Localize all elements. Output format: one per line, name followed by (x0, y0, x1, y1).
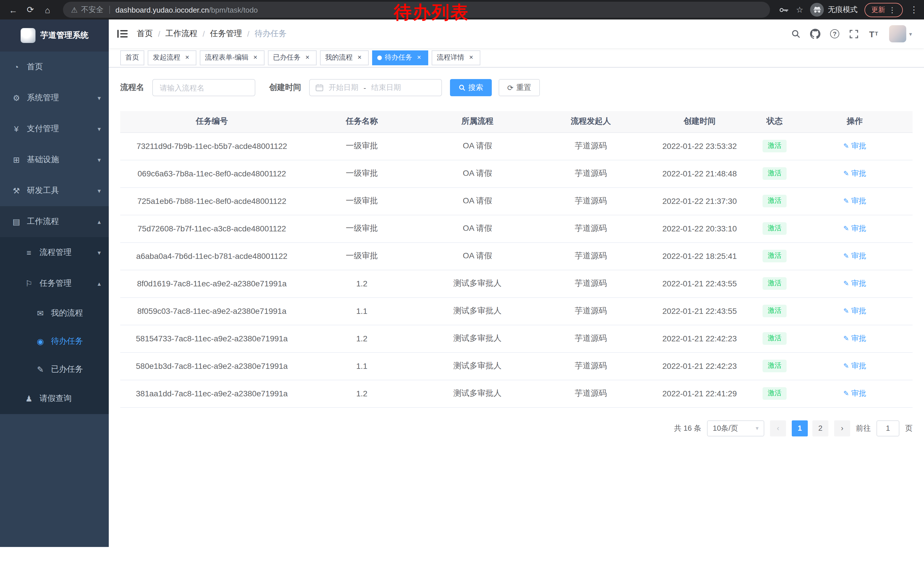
cell-create-time: 2022-01-21 22:43:55 (647, 270, 752, 297)
end-date-placeholder: 结束日期 (371, 83, 401, 93)
table-row: 580e1b3d-7ac8-11ec-a9e2-a2380e71991a1.1测… (120, 352, 912, 380)
sidebar-item-infrastructure[interactable]: ⊞基础设施▾ (0, 144, 109, 175)
browser-home-icon[interactable]: ⌂ (40, 2, 55, 17)
chat-icon: ✉ (36, 308, 45, 318)
approve-link[interactable]: ✎审批 (843, 224, 866, 234)
calendar-icon (315, 84, 324, 92)
tags-view-tab[interactable]: 我的流程× (320, 50, 369, 65)
goto-page-input[interactable] (876, 420, 899, 436)
search-button[interactable]: 搜索 (450, 79, 492, 96)
cell-action: ✎审批 (797, 270, 912, 297)
sidebar-item-label: 我的流程 (51, 308, 83, 318)
logo[interactable]: 芋道管理系统 (0, 20, 109, 51)
approve-link[interactable]: ✎审批 (843, 141, 866, 151)
edit-pen-icon: ✎ (843, 279, 849, 288)
breadcrumb-item[interactable]: 工作流程 (165, 29, 198, 39)
sidebar-item-process-manage[interactable]: ≡流程管理▾ (0, 237, 109, 268)
font-size-icon[interactable]: TT (864, 20, 884, 48)
approve-label: 审批 (851, 333, 866, 344)
github-icon[interactable] (806, 20, 825, 48)
sidebar-item-home[interactable]: ◔首页 (0, 51, 109, 83)
sidebar-item-devtools[interactable]: ⚒研发工具▾ (0, 175, 109, 206)
approve-link[interactable]: ✎审批 (843, 333, 866, 344)
help-icon[interactable]: ? (825, 20, 844, 48)
reset-button[interactable]: ⟳ 重置 (499, 79, 540, 96)
approve-link[interactable]: ✎审批 (843, 278, 866, 289)
edit-pen-icon: ✎ (843, 362, 849, 370)
column-header: 状态 (752, 111, 797, 132)
next-page-button[interactable]: › (834, 420, 850, 436)
cell-action: ✎审批 (797, 242, 912, 270)
approve-label: 审批 (851, 196, 866, 206)
tags-view-tab[interactable]: 待办任务× (372, 50, 428, 65)
close-tab-icon[interactable]: × (183, 54, 191, 62)
approve-link[interactable]: ✎审批 (843, 251, 866, 261)
edit-pen-icon: ✎ (843, 252, 849, 260)
cell-action: ✎审批 (797, 380, 912, 407)
close-tab-icon[interactable]: × (415, 54, 423, 62)
cell-process: 测试多审批人 (420, 325, 535, 352)
column-header: 任务编号 (120, 111, 303, 132)
close-tab-icon[interactable]: × (303, 54, 311, 62)
close-tab-icon[interactable]: × (356, 54, 363, 62)
close-tab-icon[interactable]: × (467, 54, 475, 62)
incognito-icon (810, 3, 824, 17)
hamburger-icon[interactable] (117, 29, 128, 38)
approve-link[interactable]: ✎审批 (843, 361, 866, 371)
edit-pen-icon: ✎ (843, 335, 849, 342)
fullscreen-icon[interactable] (844, 20, 864, 48)
chevron-down-icon: ▾ (98, 125, 101, 132)
approve-link[interactable]: ✎审批 (843, 196, 866, 206)
cell-create-time: 2022-01-22 23:53:32 (647, 132, 752, 160)
start-date-placeholder: 开始日期 (328, 83, 358, 93)
password-key-icon[interactable] (780, 7, 789, 13)
cell-starter: 芋道源码 (535, 215, 647, 242)
sidebar-item-system[interactable]: ⚙系统管理▾ (0, 83, 109, 113)
tags-view-tab[interactable]: 发起流程× (148, 50, 196, 65)
main-area: 首页/工作流程/任务管理/待办任务 ? TT (109, 20, 924, 563)
tags-view-tab[interactable]: 已办任务× (268, 50, 316, 65)
status-badge: 激活 (762, 195, 787, 207)
cell-starter: 芋道源码 (535, 132, 647, 160)
user-icon: ♟ (24, 394, 34, 403)
approve-label: 审批 (851, 141, 866, 151)
approve-link[interactable]: ✎审批 (843, 168, 866, 179)
cell-task-id: 75d72608-7b7f-11ec-a3c8-acde48001122 (120, 215, 303, 242)
sidebar-item-todo-task[interactable]: ◉待办任务 (0, 327, 109, 355)
browser-reload-icon[interactable]: ⟳ (23, 2, 38, 17)
page-button[interactable]: 2 (812, 420, 828, 436)
tags-view-tab[interactable]: 首页 (120, 50, 144, 65)
sidebar-item-task-manage[interactable]: ⚐任务管理▴ (0, 268, 109, 299)
page-size-select[interactable]: 10条/页 ▾ (707, 420, 764, 436)
search-icon[interactable] (786, 20, 806, 48)
tags-view-tab[interactable]: 流程表单-编辑× (200, 50, 264, 65)
browser-back-icon[interactable]: ← (6, 2, 21, 17)
approve-link[interactable]: ✎审批 (843, 306, 866, 316)
breadcrumb-item[interactable]: 首页 (137, 29, 153, 39)
cell-process: OA 请假 (420, 242, 535, 270)
browser-menu-icon[interactable]: ⋮ (910, 5, 918, 15)
update-button[interactable]: 更新 ⋮ (864, 3, 903, 17)
cell-action: ✎审批 (797, 160, 912, 187)
page-button[interactable]: 1 (792, 420, 808, 436)
cell-task-name: 一级审批 (303, 132, 420, 160)
bookmark-star-icon[interactable]: ☆ (796, 5, 803, 14)
sidebar-item-label: 已办任务 (51, 364, 83, 374)
process-name-input[interactable] (152, 79, 255, 96)
sidebar-item-workflow[interactable]: ▤工作流程▴ (0, 206, 109, 237)
sidebar-item-payment[interactable]: ¥支付管理▾ (0, 113, 109, 144)
incognito-label: 无痕模式 (828, 5, 858, 15)
approve-link[interactable]: ✎审批 (843, 388, 866, 399)
sidebar-item-my-process[interactable]: ✉我的流程 (0, 299, 109, 327)
todo-table: 任务编号任务名称所属流程流程发起人创建时间状态操作 73211d9d-7b9b-… (120, 111, 912, 407)
prev-page-button[interactable]: ‹ (770, 420, 786, 436)
cell-create-time: 2022-01-21 22:42:23 (647, 352, 752, 380)
create-time-range-picker[interactable]: 开始日期 - 结束日期 (309, 79, 442, 96)
cell-task-name: 一级审批 (303, 187, 420, 215)
close-tab-icon[interactable]: × (251, 54, 260, 62)
tags-view-tab[interactable]: 流程详情× (432, 50, 480, 65)
user-avatar-menu[interactable]: ▾ (889, 25, 912, 42)
sidebar-item-leave-query[interactable]: ♟请假查询 (0, 383, 109, 414)
sidebar-item-done-task[interactable]: ✎已办任务 (0, 355, 109, 383)
breadcrumb-item[interactable]: 任务管理 (210, 29, 242, 39)
